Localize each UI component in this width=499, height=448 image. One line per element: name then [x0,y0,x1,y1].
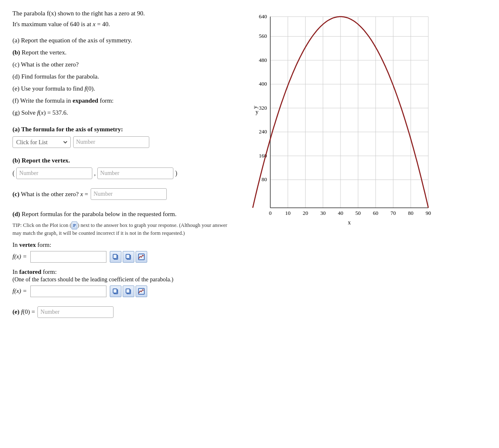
section-d-title: (d) Report formulas for the parabola bel… [12,209,237,219]
svg-rect-6 [113,289,117,293]
vertex-form-input[interactable] [30,251,106,263]
intro-text: The parabola f(x) shown to the right has… [12,8,237,29]
y-tick-400: 400 [259,81,267,87]
other-zero-input[interactable] [91,188,167,200]
y-axis-label-2: y [256,109,259,115]
factored-form-section: In factored form: (One of the factors sh… [12,268,237,297]
fx-label-vertex: f(x) = [12,253,27,260]
y-tick-240: 240 [259,128,267,135]
section-a: (a) The formula for the axis of symmetry… [12,126,237,148]
vertex-icon-2[interactable] [123,251,134,263]
right-panel: 80 160 240 320 400 480 560 640 0 10 20 3… [250,8,487,230]
x-axis-label: x [348,219,351,226]
vertex-x-input[interactable] [16,167,92,179]
section-c-inputs: (c) What is the other zero? x = [12,188,237,200]
intro-line2: It's maximum value of 640 is at x = 40. [12,19,237,29]
q-d: (d) Find formulas for the parabola. [12,71,237,82]
section-c: (c) What is the other zero? x = [12,188,237,200]
axis-symmetry-number-input[interactable] [73,136,149,148]
factored-form-row: f(x) = [12,286,237,297]
y-tick-560: 560 [259,33,267,39]
q-f: (f) Write the formula in expanded form: [12,95,237,106]
vertex-plot-icon[interactable] [136,251,147,263]
main-layout: The parabola f(x) shown to the right has… [12,8,487,327]
x-tick-60: 60 [373,210,378,216]
section-b-label: (b) Report the vertex. [12,157,237,164]
comma: , [94,170,96,177]
q-e: (e) Use your formula to find f(0). [12,83,237,94]
intro-line1: The parabola f(x) shown to the right has… [12,8,237,18]
svg-rect-8 [126,289,130,293]
x-tick-70: 70 [390,210,396,216]
axis-symmetry-dropdown[interactable]: Click for List x = 40 x = 45 [15,139,69,146]
fx-label-factored: f(x) = [12,288,27,295]
y-tick-320: 320 [259,105,267,111]
section-e: (e) f(0) = [12,306,237,318]
section-b: (b) Report the vertex. ( , ) [12,157,237,179]
left-panel: The parabola f(x) shown to the right has… [12,8,237,327]
vertex-form-label: In vertex form: [12,241,237,249]
factored-form-input[interactable] [30,286,106,297]
vertex-y-input[interactable] [97,167,173,179]
close-paren: ) [175,170,177,177]
section-c-label: (c) What is the other zero? x = [12,191,88,198]
x-tick-40: 40 [338,210,343,216]
factored-icon-group [110,286,147,297]
x-tick-0: 0 [269,210,272,216]
section-e-inputs: (e) f(0) = [12,306,237,318]
graph-container: 80 160 240 320 400 480 560 640 0 10 20 3… [250,12,487,230]
section-b-inputs: ( , ) [12,167,237,179]
x-tick-90: 90 [426,210,431,216]
open-paren: ( [12,170,15,177]
q-c: (c) What is the other zero? [12,59,237,70]
vertex-form-row: f(x) = [12,251,237,263]
section-a-inputs: Click for List x = 40 x = 45 [12,136,237,148]
x-tick-80: 80 [408,210,413,216]
factored-form-label: In factored form: [12,268,237,276]
q-b: (b) Report the vertex. [12,47,237,58]
svg-rect-1 [113,254,117,258]
y-tick-480: 480 [259,57,267,63]
f0-input[interactable] [37,306,114,318]
section-d: (d) Report formulas for the parabola bel… [12,209,237,297]
vertex-icon-group [110,251,147,263]
svg-rect-3 [126,254,130,258]
factored-plot-icon[interactable] [136,286,147,297]
x-tick-50: 50 [356,210,361,216]
y-tick-80: 80 [262,176,267,182]
y-axis-label: y [252,106,258,109]
q-a: (a) Report the equation of the axis of s… [12,35,237,46]
questions-list: (a) Report the equation of the axis of s… [12,35,237,118]
section-e-label: (e) f(0) = [12,308,35,315]
y-tick-640: 640 [259,13,267,20]
section-d-tip: TIP: Click on the Plot icon (P) next to … [12,222,237,237]
q-g: (g) Solve f(x) = 537.6. [12,107,237,118]
vertex-icon-1[interactable] [110,251,121,263]
x-tick-30: 30 [320,210,326,216]
factored-icon-2[interactable] [123,286,134,297]
vertex-form-section: In vertex form: f(x) = [12,241,237,263]
factored-icon-1[interactable] [110,286,121,297]
section-a-label: (a) The formula for the axis of symmetry… [12,126,237,133]
factored-form-note: (One of the factors should be the leadin… [12,276,237,283]
x-tick-10: 10 [285,210,291,216]
parabola-graph: 80 160 240 320 400 480 560 640 0 10 20 3… [250,12,441,229]
x-tick-20: 20 [303,210,308,216]
axis-symmetry-dropdown-wrapper[interactable]: Click for List x = 40 x = 45 [12,136,71,148]
